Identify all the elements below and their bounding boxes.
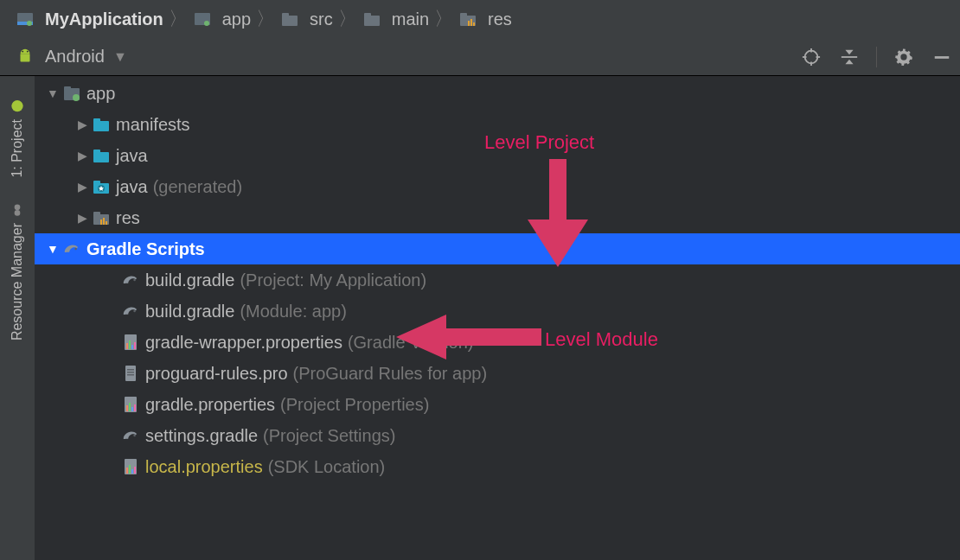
toolbar-separator bbox=[876, 47, 877, 67]
tree-row[interactable]: gradle.properties(Project Properties) bbox=[35, 389, 960, 420]
gen-icon bbox=[92, 177, 111, 196]
tree-row[interactable]: ▼app bbox=[35, 78, 960, 109]
svg-rect-49 bbox=[129, 340, 131, 349]
gradle-icon bbox=[121, 426, 140, 445]
svg-rect-60 bbox=[134, 404, 136, 411]
target-icon[interactable] bbox=[800, 46, 822, 68]
chevron-right-icon: 〉 bbox=[338, 6, 357, 32]
tree-row[interactable]: proguard-rules.pro(ProGuard Rules for ap… bbox=[35, 358, 960, 389]
tree-row[interactable]: local.properties(SDK Location) bbox=[35, 451, 960, 482]
breadcrumb-item[interactable]: src bbox=[280, 10, 333, 29]
svg-rect-43 bbox=[106, 221, 107, 225]
sidebar-item-project[interactable]: 1: Project bbox=[10, 81, 25, 185]
svg-rect-58 bbox=[129, 403, 131, 411]
sidebar-item-label: Resource Manager bbox=[10, 223, 25, 340]
tree-row-sublabel: (Project Properties) bbox=[280, 395, 429, 415]
view-selector[interactable]: Android bbox=[45, 47, 105, 67]
project-toolbar: Android ▼ bbox=[0, 38, 960, 76]
tree-row-label: java bbox=[116, 177, 148, 197]
breadcrumb-item[interactable]: app bbox=[193, 10, 251, 29]
tree-row-label: gradle-wrapper.properties bbox=[145, 333, 342, 353]
breadcrumb-label: res bbox=[488, 10, 512, 29]
svg-rect-22 bbox=[842, 56, 857, 58]
svg-rect-63 bbox=[126, 468, 128, 474]
svg-point-2 bbox=[27, 21, 32, 26]
chevron-down-icon[interactable]: ▼ bbox=[45, 86, 61, 100]
svg-rect-14 bbox=[21, 54, 30, 61]
breadcrumb-label: main bbox=[392, 10, 429, 29]
chevron-right-icon[interactable]: ▶ bbox=[74, 211, 90, 225]
svg-point-44 bbox=[74, 248, 77, 251]
chevron-right-icon: 〉 bbox=[256, 6, 275, 32]
svg-point-45 bbox=[133, 279, 136, 282]
svg-rect-8 bbox=[364, 13, 371, 17]
svg-point-31 bbox=[73, 94, 80, 101]
tree-row[interactable]: ▶java(generated) bbox=[35, 171, 960, 202]
props-icon bbox=[121, 457, 140, 476]
module-icon bbox=[193, 10, 212, 29]
svg-point-15 bbox=[22, 50, 23, 52]
tree-row[interactable]: ▶res bbox=[35, 202, 960, 233]
sidebar-item-resource-manager[interactable]: Resource Manager bbox=[10, 185, 25, 347]
gear-icon[interactable] bbox=[893, 46, 915, 68]
svg-rect-6 bbox=[282, 13, 289, 17]
svg-rect-11 bbox=[468, 21, 470, 26]
svg-rect-59 bbox=[131, 407, 133, 411]
res-folder-icon bbox=[92, 208, 111, 227]
project-tree[interactable]: ▼app▶manifests▶java▶java(generated)▶res▼… bbox=[35, 76, 960, 560]
svg-point-16 bbox=[27, 50, 29, 52]
svg-rect-40 bbox=[93, 212, 100, 216]
chevron-right-icon: 〉 bbox=[434, 6, 453, 32]
tree-row[interactable]: settings.gradle(Project Settings) bbox=[35, 420, 960, 451]
tree-row-sublabel: (Module: app) bbox=[240, 302, 346, 321]
tree-row[interactable]: ▶java bbox=[35, 140, 960, 171]
svg-rect-42 bbox=[103, 218, 105, 225]
gradle-icon bbox=[62, 239, 81, 258]
chevron-right-icon[interactable]: ▶ bbox=[74, 149, 90, 162]
breadcrumb: MyApplication 〉 app 〉 src 〉 main 〉 res bbox=[0, 0, 960, 38]
svg-rect-54 bbox=[127, 372, 134, 373]
chevron-right-icon: 〉 bbox=[169, 6, 188, 32]
chevron-right-icon[interactable]: ▶ bbox=[74, 118, 90, 131]
android-icon bbox=[10, 99, 25, 114]
svg-rect-50 bbox=[131, 345, 133, 349]
breadcrumb-item[interactable]: MyApplication bbox=[16, 10, 163, 29]
caret-down-icon: ▼ bbox=[113, 49, 127, 65]
folder-icon bbox=[92, 146, 111, 165]
svg-rect-57 bbox=[126, 405, 128, 411]
svg-rect-55 bbox=[127, 374, 134, 376]
chevron-right-icon[interactable]: ▶ bbox=[74, 180, 90, 194]
breadcrumb-item[interactable]: res bbox=[458, 10, 512, 29]
tree-row[interactable]: build.gradle(Module: app) bbox=[35, 296, 960, 327]
svg-rect-10 bbox=[460, 13, 467, 17]
breadcrumb-label: src bbox=[310, 10, 333, 29]
svg-point-27 bbox=[15, 210, 21, 216]
svg-rect-65 bbox=[131, 469, 133, 474]
props-icon bbox=[121, 395, 140, 414]
svg-point-26 bbox=[11, 100, 22, 111]
svg-rect-13 bbox=[473, 22, 475, 26]
folder-icon bbox=[362, 10, 381, 29]
tree-row-label: build.gradle bbox=[145, 302, 234, 321]
collapse-icon[interactable] bbox=[838, 46, 861, 68]
tree-row[interactable]: gradle-wrapper.properties(Gradle Version… bbox=[35, 327, 960, 358]
tree-row-sublabel: (Project Settings) bbox=[263, 426, 395, 446]
svg-rect-52 bbox=[125, 366, 136, 381]
svg-rect-66 bbox=[134, 467, 136, 474]
tree-row-label: local.properties bbox=[145, 457, 263, 477]
breadcrumb-item[interactable]: main bbox=[362, 10, 429, 29]
minimize-icon[interactable] bbox=[931, 46, 953, 68]
tree-row[interactable]: ▶manifests bbox=[35, 109, 960, 140]
tree-row[interactable]: build.gradle(Project: My Application) bbox=[35, 264, 960, 296]
svg-marker-24 bbox=[845, 59, 853, 64]
tree-row-label: Gradle Scripts bbox=[86, 239, 205, 259]
tree-row[interactable]: ▼Gradle Scripts bbox=[35, 233, 960, 264]
props-icon bbox=[121, 333, 140, 352]
chevron-down-icon[interactable]: ▼ bbox=[45, 242, 61, 256]
tree-row-sublabel: (ProGuard Rules for app) bbox=[293, 364, 488, 384]
tree-row-label: app bbox=[86, 84, 115, 104]
svg-point-61 bbox=[133, 435, 136, 437]
module-icon bbox=[62, 84, 81, 103]
svg-rect-12 bbox=[470, 19, 472, 26]
svg-rect-51 bbox=[134, 342, 136, 349]
